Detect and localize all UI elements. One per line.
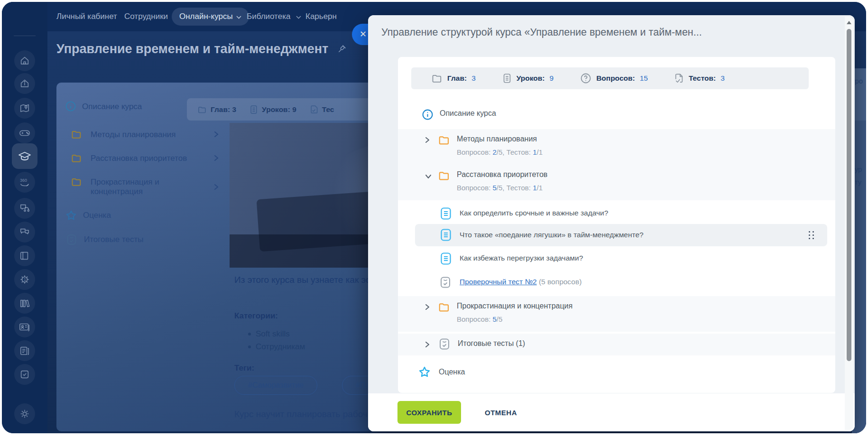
screenshot-canvas: Личный кабинет Сотрудники Онлайн-курсы Б… (0, 0, 868, 438)
modal-body: Управление структурой курса «Управление … (368, 15, 855, 393)
left-sidebar: 360 1 (2, 2, 47, 433)
tree-lesson-row[interactable]: Как избежать перегрузки задачами? (398, 248, 835, 270)
tree-rating-row[interactable]: Оценка (398, 361, 835, 384)
chapter-stats-text: Вопросов: (457, 148, 492, 156)
page-stat-lessons: Уроков: 9 (249, 105, 296, 114)
clipboard-check-icon (439, 337, 450, 353)
svg-text:360: 360 (20, 178, 27, 183)
panel-item-label: Расстановка приоритетов (91, 154, 187, 163)
question-icon (580, 73, 591, 84)
tree-lesson-row[interactable]: Как определить срочные и важные задачи? (398, 203, 835, 224)
lesson-icon (441, 229, 451, 243)
stat-value: 9 (550, 74, 554, 83)
tree-lesson-row-selected[interactable]: Что такое «поедание лягушки» в тайм-мене… (415, 224, 827, 246)
games-icon[interactable] (14, 122, 35, 143)
scrollbar-up-arrow[interactable] (847, 21, 851, 24)
map-icon[interactable] (14, 98, 35, 119)
lesson-icon (502, 73, 512, 84)
stat-label: Уроков: (262, 105, 290, 114)
nav-item-label: Библиотека (247, 12, 290, 21)
panel-item-label: Оценка (83, 211, 111, 220)
tag-chip[interactable]: #Саморазвитие (234, 376, 317, 395)
stat-value: 9 (292, 105, 296, 114)
tree-chapter-priorities[interactable]: Расстановка приоритетов Вопросов: 5/5, Т… (398, 165, 835, 200)
course-text-fragment: Курс научит планировать рабоч (234, 409, 368, 419)
tree-row-description[interactable]: Описание курса (398, 103, 835, 126)
stat-value: 3 (720, 74, 725, 83)
sidebar-divider (14, 36, 36, 36)
lesson-title: Как определить срочные и важные задачи? (460, 209, 608, 217)
star-icon (418, 365, 431, 381)
folder-icon (438, 169, 450, 184)
nav-item-library[interactable]: Библиотека (247, 2, 301, 31)
panel-item-priorities[interactable]: Расстановка приоритетов (91, 154, 187, 163)
stat-value: 3 (471, 74, 476, 83)
category-item: Сотрудникам (256, 342, 305, 352)
chapter-title: Методы планирования (457, 135, 537, 143)
chapter-stats: Вопросов: 5/5 (457, 315, 502, 323)
category-item: Soft skills (256, 329, 290, 339)
book-icon[interactable] (14, 245, 35, 266)
nav-item-employees[interactable]: Сотрудники (124, 2, 168, 31)
modal-stats-bar: Глав: 3 Уроков: 9 Вопросов: 15 (411, 67, 809, 89)
support-icon[interactable] (14, 198, 35, 219)
folder-icon (71, 152, 82, 166)
chapter-stats-num: 5 (492, 315, 496, 323)
discussions-icon[interactable] (14, 222, 35, 242)
panel-item-procrastination[interactable]: Прокрастинация и концентрация (91, 177, 159, 196)
library-icon[interactable] (14, 293, 35, 314)
chevron-right-icon[interactable] (424, 340, 431, 351)
tree-final-tests-row[interactable]: Итоговые тесты (1) (398, 334, 835, 355)
final-tests-label: Итоговые тесты (1) (458, 339, 525, 348)
rating-label: Оценка (439, 368, 465, 376)
panel-item-final-tests[interactable]: Итоговые тесты (84, 235, 144, 244)
folder-icon (71, 129, 82, 142)
drag-handle-icon[interactable] (809, 231, 814, 239)
nav-item-career[interactable]: Карьерн (305, 2, 337, 31)
clipboard-check-icon (66, 233, 77, 248)
education-icon[interactable] (12, 143, 37, 169)
stat-chapters: Глав: 3 (431, 73, 476, 84)
company-info-icon[interactable] (14, 73, 35, 94)
chapter-stats-text: Вопросов: (457, 315, 492, 323)
course-title-text: Управление временем и тайм-менеджмент (56, 42, 328, 56)
stat-label: Тес (322, 105, 334, 114)
structure-card: Глав: 3 Уроков: 9 Вопросов: 15 (398, 57, 835, 393)
tasks-icon[interactable] (14, 364, 35, 385)
stat-label: Вопросов: (596, 74, 635, 83)
panel-item-description[interactable]: Описание курса (82, 102, 142, 112)
settings-gear-icon[interactable] (14, 403, 35, 424)
panel-item-label: Методы планирования (91, 130, 176, 139)
chevron-right-icon (213, 130, 220, 140)
panel-item-rating[interactable]: Оценка (83, 211, 111, 220)
tree-chapter-procrastination[interactable]: Прокрастинация и концентрация Вопросов: … (398, 296, 835, 332)
scrollbar-thumb[interactable] (847, 29, 851, 361)
chapter-stats-text: /5, Тестов: (497, 184, 533, 192)
nav-item-online-courses[interactable]: Онлайн-курсы (172, 8, 249, 26)
news-icon[interactable] (14, 340, 35, 361)
chevron-down-icon (296, 2, 301, 31)
tree-chapter-methods[interactable]: Методы планирования Вопросов: 2/5, Тесто… (398, 129, 835, 165)
pin-icon[interactable] (338, 42, 346, 56)
test-link[interactable]: Проверочный тест №2 (460, 278, 537, 286)
chevron-down-icon[interactable] (422, 173, 433, 180)
tree-row-label: Описание курса (440, 109, 496, 118)
chevron-right-icon[interactable] (424, 136, 431, 146)
save-button[interactable]: СОХРАНИТЬ (397, 401, 461, 424)
chevron-right-icon (213, 154, 220, 164)
app-frame: Личный кабинет Сотрудники Онлайн-курсы Б… (2, 2, 866, 433)
home-icon[interactable] (14, 50, 35, 71)
panel-item-label-line2: концентрация (91, 187, 143, 196)
chevron-right-icon[interactable] (424, 303, 431, 313)
nav-item-personal-cabinet[interactable]: Личный кабинет (56, 2, 117, 31)
awards-icon[interactable]: 1 (14, 269, 35, 290)
chapter-title: Прокрастинация и концентрация (457, 302, 573, 310)
panel-item-methods[interactable]: Методы планирования (91, 130, 176, 140)
badge-icon[interactable] (14, 317, 35, 337)
modal-scrollbar[interactable] (845, 17, 853, 430)
tree-test-row[interactable]: Проверочный тест №2 (5 вопросов) (398, 271, 835, 293)
page-stat-chapters: Глав: 3 (197, 105, 236, 114)
lesson-title: Что такое «поедание лягушки» в тайм-мене… (460, 231, 644, 239)
cancel-button[interactable]: ОТМЕНА (482, 408, 520, 417)
review-360-icon[interactable]: 360 (14, 172, 35, 193)
